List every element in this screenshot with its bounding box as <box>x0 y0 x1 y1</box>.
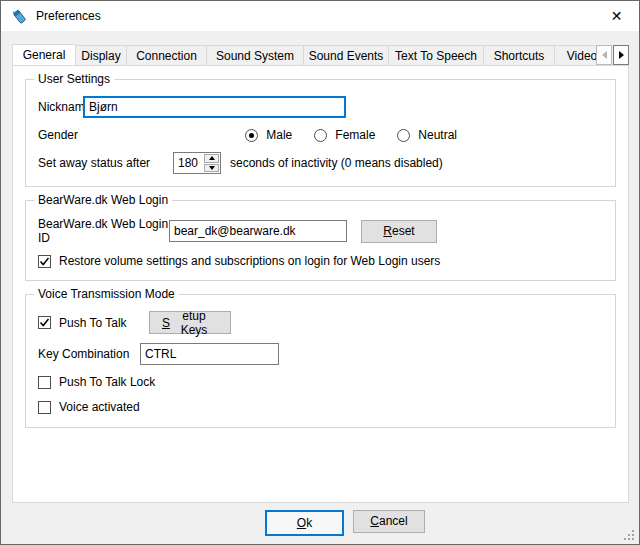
user-settings-group-title: User Settings <box>34 72 114 86</box>
tab-sound-system[interactable]: Sound System <box>207 45 304 66</box>
female-radio[interactable] <box>314 129 327 142</box>
tab-connection[interactable]: Connection <box>127 45 207 66</box>
tab-display[interactable]: Display <box>76 45 127 66</box>
close-icon[interactable]: ✕ <box>594 1 639 31</box>
check-icon <box>39 256 50 267</box>
voice-transmission-group: Voice Transmission Mode Push To Talk Set… <box>25 294 616 428</box>
key-combination-input[interactable] <box>140 343 279 365</box>
restore-settings-row: Restore volume settings and subscription… <box>38 254 603 268</box>
ok-button-label: k <box>306 516 312 530</box>
neutral-radio[interactable] <box>397 129 410 142</box>
gender-options: Male Female Neutral <box>245 128 457 142</box>
spinner-buttons <box>204 154 219 172</box>
tab-general[interactable]: General <box>12 44 76 66</box>
voice-activated-label[interactable]: Voice activated <box>59 400 140 414</box>
neutral-radio-label[interactable]: Neutral <box>418 128 457 142</box>
away-seconds-spinner[interactable]: 180 <box>173 152 221 174</box>
general-tab-pane: User Settings Nickname Gender Male Femal… <box>12 65 629 503</box>
key-combination-label: Key Combination <box>38 347 140 361</box>
gender-option-female[interactable]: Female <box>314 128 375 142</box>
resize-grip-dots <box>624 538 626 540</box>
restore-settings-checkbox[interactable] <box>38 255 51 268</box>
gender-row: Gender Male Female Neutral <box>38 127 603 143</box>
scroll-right-icon <box>619 51 624 59</box>
restore-settings-label[interactable]: Restore volume settings and subscription… <box>59 254 440 268</box>
setup-keys-label: etup Keys <box>170 309 218 337</box>
web-login-id-input[interactable] <box>169 220 347 242</box>
away-status-label: Set away status after <box>38 156 173 170</box>
ok-button-mnemonic: O <box>297 516 306 530</box>
female-radio-label[interactable]: Female <box>335 128 375 142</box>
tab-shortcuts-label: Shortcuts <box>494 49 545 63</box>
tab-shortcuts[interactable]: Shortcuts <box>484 45 555 66</box>
cancel-button[interactable]: Cancel <box>353 510 425 533</box>
dialog-footer: Ok Cancel <box>1 501 640 544</box>
nickname-row: Nickname <box>38 96 603 118</box>
tab-text-to-speech[interactable]: Text To Speech <box>389 45 484 66</box>
tab-text-to-speech-label: Text To Speech <box>395 49 477 63</box>
arrow-up-icon <box>209 156 215 160</box>
web-login-id-label: BearWare.dk Web Login ID <box>38 217 169 245</box>
titlebar: Preferences ✕ <box>1 1 639 31</box>
push-to-talk-lock-row: Push To Talk Lock <box>38 374 603 390</box>
tab-video-label: Video <box>567 49 597 63</box>
spinner-down-button[interactable] <box>204 164 219 173</box>
cancel-button-label: ancel <box>379 514 408 528</box>
voice-activated-checkbox[interactable] <box>38 401 51 414</box>
gender-option-male[interactable]: Male <box>245 128 292 142</box>
cancel-button-mnemonic: C <box>370 514 379 528</box>
reset-button-label: eset <box>392 224 415 238</box>
tab-general-label: General <box>23 48 66 62</box>
away-status-row: Set away status after 180 seconds of ina… <box>38 152 603 174</box>
push-to-talk-lock-label[interactable]: Push To Talk Lock <box>59 375 155 389</box>
preferences-dialog: Preferences ✕ General Display Connection… <box>0 0 640 545</box>
resize-grip[interactable] <box>623 528 636 541</box>
reset-button[interactable]: Reset <box>361 220 437 243</box>
window-title: Preferences <box>36 9 101 23</box>
web-login-group-title: BearWare.dk Web Login <box>34 193 172 207</box>
web-login-id-row: BearWare.dk Web Login ID Reset <box>38 217 603 245</box>
away-status-suffix: seconds of inactivity (0 means disabled) <box>230 156 443 170</box>
setup-keys-button[interactable]: Setup Keys <box>149 311 231 334</box>
tab-sound-events-label: Sound Events <box>309 49 384 63</box>
male-radio-label[interactable]: Male <box>266 128 292 142</box>
voice-transmission-group-title: Voice Transmission Mode <box>34 287 179 301</box>
tab-sound-events[interactable]: Sound Events <box>304 45 389 66</box>
reset-button-mnemonic: R <box>383 224 392 238</box>
tab-display-label: Display <box>81 49 120 63</box>
tab-scroller <box>596 45 629 65</box>
nickname-input[interactable] <box>83 96 346 118</box>
tab-strip: General Display Connection Sound System … <box>12 44 629 66</box>
gender-option-neutral[interactable]: Neutral <box>397 128 457 142</box>
gender-label: Gender <box>38 128 78 142</box>
tab-sound-system-label: Sound System <box>216 49 294 63</box>
push-to-talk-row: Push To Talk Setup Keys <box>38 311 603 334</box>
male-radio[interactable] <box>245 129 258 142</box>
tab-scroll-right-button[interactable] <box>613 45 629 65</box>
push-to-talk-lock-checkbox[interactable] <box>38 376 51 389</box>
nickname-label: Nickname <box>38 100 83 114</box>
tab-connection-label: Connection <box>136 49 197 63</box>
tab-scroll-left-button <box>596 45 612 65</box>
ok-button[interactable]: Ok <box>265 510 344 536</box>
scroll-left-icon <box>602 51 607 59</box>
push-to-talk-label[interactable]: Push To Talk <box>59 316 141 330</box>
setup-keys-mnemonic: S <box>162 316 170 330</box>
arrow-down-icon <box>209 166 215 170</box>
away-seconds-value[interactable]: 180 <box>174 153 204 173</box>
web-login-group: BearWare.dk Web Login BearWare.dk Web Lo… <box>25 200 616 281</box>
push-to-talk-checkbox[interactable] <box>38 316 51 329</box>
spinner-up-button[interactable] <box>204 154 219 163</box>
check-icon <box>39 317 50 328</box>
voice-activated-row: Voice activated <box>38 399 603 415</box>
teamtalk-app-icon <box>11 8 28 25</box>
key-combination-row: Key Combination <box>38 343 603 365</box>
tabbar: General Display Connection Sound System … <box>12 44 629 66</box>
user-settings-group: User Settings Nickname Gender Male Femal… <box>25 79 616 187</box>
